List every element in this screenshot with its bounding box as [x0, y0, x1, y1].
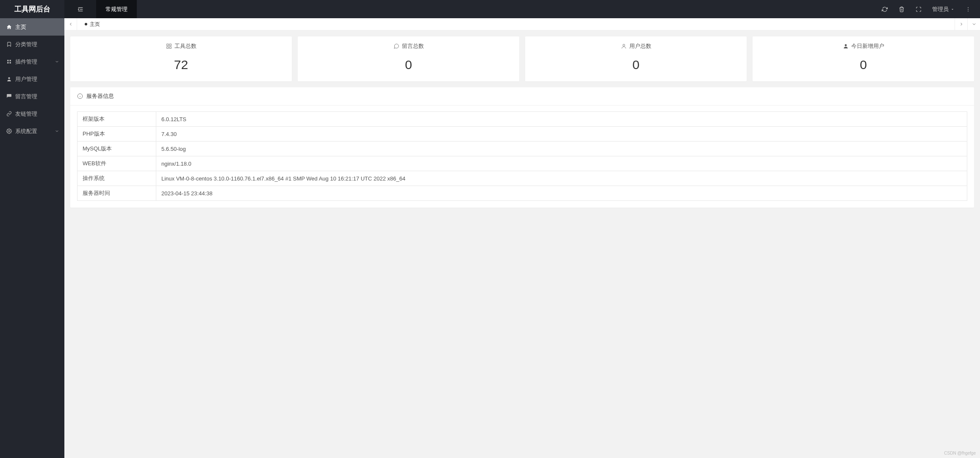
svg-point-5: [968, 11, 969, 11]
chevron-right-icon: [959, 22, 964, 27]
table-row: 操作系统Linux VM-0-8-centos 3.10.0-1160.76.1…: [78, 171, 967, 186]
stat-title: 留言总数: [402, 42, 424, 50]
stat-value: 0: [753, 58, 974, 72]
sidebar-item-label: 插件管理: [15, 58, 37, 66]
info-label: 操作系统: [78, 171, 156, 186]
chevron-left-icon: [68, 22, 73, 27]
refresh-icon: [882, 6, 888, 12]
info-label: WEB软件: [78, 156, 156, 171]
stat-card-users: 用户总数 0: [525, 36, 747, 81]
sidebar-item-category[interactable]: 分类管理: [0, 36, 64, 53]
info-label: 框架版本: [78, 112, 156, 127]
panel-header: 服务器信息: [70, 87, 974, 105]
server-info-table: 框架版本6.0.12LTS PHP版本7.4.30 MySQL版本5.6.50-…: [77, 111, 967, 201]
info-label: MySQL版本: [78, 142, 156, 156]
stat-value: 0: [525, 58, 747, 72]
panel-title: 服务器信息: [86, 92, 114, 100]
tab-label: 主页: [90, 21, 100, 28]
person-solid-icon: [843, 43, 849, 49]
indent-icon: [77, 6, 84, 13]
svg-point-6: [8, 77, 10, 79]
svg-point-3: [968, 7, 969, 8]
table-row: WEB软件nginx/1.18.0: [78, 156, 967, 171]
info-label: 服务器时间: [78, 186, 156, 201]
fullscreen-icon: [916, 6, 922, 12]
stat-value: 0: [298, 58, 519, 72]
svg-rect-9: [169, 44, 171, 46]
table-row: PHP版本7.4.30: [78, 127, 967, 142]
tab-dot-icon: [85, 23, 87, 25]
tabs-scroll-right[interactable]: [955, 18, 967, 30]
header-nav: 常规管理: [96, 0, 137, 18]
server-info-panel: 服务器信息 框架版本6.0.12LTS PHP版本7.4.30 MySQL版本5…: [70, 87, 974, 208]
info-value: Linux VM-0-8-centos 3.10.0-1160.76.1.el7…: [156, 171, 967, 186]
plugin-icon: [6, 59, 12, 64]
table-row: MySQL版本5.6.50-log: [78, 142, 967, 156]
info-value: nginx/1.18.0: [156, 156, 967, 171]
table-row: 框架版本6.0.12LTS: [78, 112, 967, 127]
svg-point-7: [8, 130, 9, 132]
more-vertical-icon: [965, 6, 971, 12]
bookmark-icon: [6, 42, 12, 47]
info-label: PHP版本: [78, 127, 156, 142]
sidebar-item-label: 主页: [15, 23, 26, 31]
tab-home[interactable]: 主页: [77, 18, 108, 30]
stat-title: 工具总数: [174, 42, 197, 50]
sidebar-item-label: 友链管理: [15, 110, 37, 118]
header-right: 管理员: [876, 0, 980, 18]
tabs-dropdown[interactable]: [967, 18, 980, 30]
tabs-list: 主页: [77, 18, 955, 30]
sidebar-item-home[interactable]: 主页: [0, 18, 64, 36]
sidebar-item-plugin[interactable]: 插件管理: [0, 53, 64, 70]
sidebar-item-label: 分类管理: [15, 41, 37, 48]
sidebar-item-user[interactable]: 用户管理: [0, 70, 64, 88]
watermark: CSDN @fhgefge: [944, 451, 976, 455]
chevron-down-icon: [55, 129, 59, 133]
sidebar-item-system[interactable]: 系统配置: [0, 122, 64, 140]
comments-icon: [6, 94, 12, 99]
nav-item-general[interactable]: 常规管理: [96, 0, 137, 18]
stat-value: 72: [70, 58, 292, 72]
tabs-scroll-left[interactable]: [64, 18, 77, 30]
sidebar-item-message[interactable]: 留言管理: [0, 88, 64, 105]
main-area: 主页 工具总数 72: [64, 18, 980, 458]
sidebar: 主页 分类管理 插件管理 用户管理 留言管理 友链管理: [0, 18, 64, 458]
sidebar-item-friendlink[interactable]: 友链管理: [0, 105, 64, 122]
stat-row: 工具总数 72 留言总数 0 用户总数: [70, 36, 974, 81]
stat-card-tools: 工具总数 72: [70, 36, 292, 81]
more-button[interactable]: [960, 0, 977, 18]
tabs-bar: 主页: [64, 18, 980, 31]
svg-rect-10: [166, 47, 168, 48]
app-logo: 工具网后台: [0, 0, 64, 18]
stat-title: 用户总数: [629, 42, 651, 50]
apps-icon: [166, 43, 172, 49]
link-icon: [6, 111, 12, 117]
panel-body: 框架版本6.0.12LTS PHP版本7.4.30 MySQL版本5.6.50-…: [70, 105, 974, 208]
user-icon: [6, 76, 12, 82]
refresh-button[interactable]: [876, 0, 893, 18]
svg-point-13: [844, 44, 847, 46]
caret-down-icon: [950, 7, 955, 11]
top-header: 工具网后台 常规管理 管理员: [0, 0, 980, 18]
info-icon: [77, 93, 83, 99]
chevron-down-icon: [55, 59, 59, 64]
clear-button[interactable]: [893, 0, 910, 18]
stat-title: 今日新增用户: [851, 42, 884, 50]
table-row: 服务器时间2023-04-15 23:44:38: [78, 186, 967, 201]
sidebar-item-label: 用户管理: [15, 75, 37, 83]
info-value: 5.6.50-log: [156, 142, 967, 156]
sidebar-item-label: 系统配置: [15, 128, 37, 135]
sidebar-toggle-button[interactable]: [64, 0, 96, 18]
user-label: 管理员: [932, 6, 949, 13]
trash-icon: [899, 6, 905, 12]
content: 工具总数 72 留言总数 0 用户总数: [64, 31, 980, 458]
svg-rect-8: [166, 44, 168, 46]
message-icon: [393, 43, 399, 49]
user-menu[interactable]: 管理员: [927, 6, 960, 13]
stat-card-new-users: 今日新增用户 0: [753, 36, 974, 81]
info-value: 6.0.12LTS: [156, 112, 967, 127]
cogs-icon: [6, 128, 12, 134]
info-value: 7.4.30: [156, 127, 967, 142]
fullscreen-button[interactable]: [910, 0, 927, 18]
sidebar-item-label: 留言管理: [15, 93, 37, 100]
